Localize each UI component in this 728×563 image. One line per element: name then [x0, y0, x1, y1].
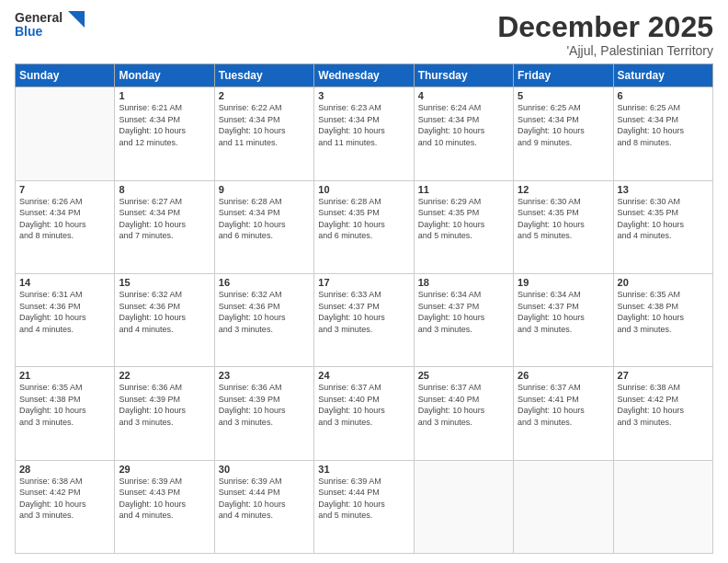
- calendar-cell: 2Sunrise: 6:22 AM Sunset: 4:34 PM Daylig…: [214, 87, 313, 180]
- calendar-cell: 24Sunrise: 6:37 AM Sunset: 4:40 PM Dayli…: [314, 367, 414, 460]
- day-number: 5: [518, 90, 609, 101]
- day-info: Sunrise: 6:22 AM Sunset: 4:34 PM Dayligh…: [219, 102, 310, 148]
- day-number: 9: [219, 184, 310, 195]
- day-info: Sunrise: 6:35 AM Sunset: 4:38 PM Dayligh…: [618, 289, 709, 335]
- day-info: Sunrise: 6:36 AM Sunset: 4:39 PM Dayligh…: [119, 382, 210, 428]
- calendar-cell: 22Sunrise: 6:36 AM Sunset: 4:39 PM Dayli…: [115, 367, 214, 460]
- day-number: 22: [119, 370, 210, 381]
- calendar-week-1: 1Sunrise: 6:21 AM Sunset: 4:34 PM Daylig…: [16, 87, 713, 180]
- day-number: 20: [618, 277, 709, 288]
- day-info: Sunrise: 6:26 AM Sunset: 4:34 PM Dayligh…: [19, 196, 110, 242]
- logo-general: General: [15, 11, 63, 25]
- day-info: Sunrise: 6:31 AM Sunset: 4:36 PM Dayligh…: [19, 289, 110, 335]
- calendar-cell: 14Sunrise: 6:31 AM Sunset: 4:36 PM Dayli…: [16, 273, 115, 366]
- calendar-cell: [514, 460, 613, 553]
- calendar-header-monday: Monday: [115, 64, 214, 87]
- day-number: 4: [418, 90, 509, 101]
- day-number: 23: [219, 370, 310, 381]
- day-number: 24: [318, 370, 409, 381]
- day-info: Sunrise: 6:34 AM Sunset: 4:37 PM Dayligh…: [418, 289, 509, 335]
- day-number: 29: [119, 464, 210, 475]
- page: General Blue December 2025 'Ajjul, Pales…: [0, 0, 728, 563]
- calendar-cell: 23Sunrise: 6:36 AM Sunset: 4:39 PM Dayli…: [214, 367, 313, 460]
- calendar-header-wednesday: Wednesday: [314, 64, 414, 87]
- day-number: 6: [618, 90, 709, 101]
- day-number: 2: [219, 90, 310, 101]
- day-number: 15: [119, 277, 210, 288]
- day-number: 13: [618, 184, 709, 195]
- calendar-week-4: 21Sunrise: 6:35 AM Sunset: 4:38 PM Dayli…: [16, 367, 713, 460]
- day-number: 12: [518, 184, 609, 195]
- calendar-cell: 6Sunrise: 6:25 AM Sunset: 4:34 PM Daylig…: [613, 87, 712, 180]
- calendar-cell: 28Sunrise: 6:38 AM Sunset: 4:42 PM Dayli…: [16, 460, 115, 553]
- calendar-cell: 5Sunrise: 6:25 AM Sunset: 4:34 PM Daylig…: [514, 87, 613, 180]
- day-number: 3: [318, 90, 409, 101]
- day-info: Sunrise: 6:28 AM Sunset: 4:35 PM Dayligh…: [318, 196, 409, 242]
- day-number: 16: [219, 277, 310, 288]
- logo-triangle-icon: [64, 11, 85, 31]
- calendar-cell: 1Sunrise: 6:21 AM Sunset: 4:34 PM Daylig…: [115, 87, 214, 180]
- svg-marker-0: [68, 11, 85, 28]
- calendar-cell: 16Sunrise: 6:32 AM Sunset: 4:36 PM Dayli…: [214, 273, 313, 366]
- calendar-table: SundayMondayTuesdayWednesdayThursdayFrid…: [15, 63, 713, 554]
- day-info: Sunrise: 6:27 AM Sunset: 4:34 PM Dayligh…: [119, 196, 210, 242]
- calendar-cell: 27Sunrise: 6:38 AM Sunset: 4:42 PM Dayli…: [613, 367, 712, 460]
- day-number: 30: [219, 464, 310, 475]
- day-info: Sunrise: 6:25 AM Sunset: 4:34 PM Dayligh…: [618, 102, 709, 148]
- calendar-cell: 30Sunrise: 6:39 AM Sunset: 4:44 PM Dayli…: [214, 460, 313, 553]
- day-info: Sunrise: 6:37 AM Sunset: 4:41 PM Dayligh…: [518, 382, 609, 428]
- calendar-cell: 19Sunrise: 6:34 AM Sunset: 4:37 PM Dayli…: [514, 273, 613, 366]
- day-info: Sunrise: 6:36 AM Sunset: 4:39 PM Dayligh…: [219, 382, 310, 428]
- calendar-cell: 3Sunrise: 6:23 AM Sunset: 4:34 PM Daylig…: [314, 87, 414, 180]
- day-info: Sunrise: 6:39 AM Sunset: 4:44 PM Dayligh…: [219, 476, 310, 522]
- logo: General Blue: [15, 11, 85, 40]
- calendar-cell: 13Sunrise: 6:30 AM Sunset: 4:35 PM Dayli…: [613, 180, 712, 273]
- calendar-cell: 4Sunrise: 6:24 AM Sunset: 4:34 PM Daylig…: [414, 87, 513, 180]
- calendar-cell: 26Sunrise: 6:37 AM Sunset: 4:41 PM Dayli…: [514, 367, 613, 460]
- calendar-header-thursday: Thursday: [414, 64, 513, 87]
- day-number: 27: [618, 370, 709, 381]
- day-info: Sunrise: 6:37 AM Sunset: 4:40 PM Dayligh…: [418, 382, 509, 428]
- day-number: 21: [19, 370, 110, 381]
- calendar-header-sunday: Sunday: [16, 64, 115, 87]
- day-number: 26: [518, 370, 609, 381]
- title-section: December 2025 'Ajjul, Palestinian Territ…: [497, 11, 713, 58]
- day-number: 14: [19, 277, 110, 288]
- day-info: Sunrise: 6:23 AM Sunset: 4:34 PM Dayligh…: [318, 102, 409, 148]
- calendar-header-row: SundayMondayTuesdayWednesdayThursdayFrid…: [16, 64, 713, 87]
- day-number: 1: [119, 90, 210, 101]
- calendar-week-3: 14Sunrise: 6:31 AM Sunset: 4:36 PM Dayli…: [16, 273, 713, 366]
- calendar-cell: 29Sunrise: 6:39 AM Sunset: 4:43 PM Dayli…: [115, 460, 214, 553]
- day-number: 11: [418, 184, 509, 195]
- day-info: Sunrise: 6:21 AM Sunset: 4:34 PM Dayligh…: [119, 102, 210, 148]
- calendar-cell: 11Sunrise: 6:29 AM Sunset: 4:35 PM Dayli…: [414, 180, 513, 273]
- calendar-cell: [414, 460, 513, 553]
- logo-blue: Blue: [15, 25, 63, 39]
- day-info: Sunrise: 6:39 AM Sunset: 4:44 PM Dayligh…: [318, 476, 409, 522]
- day-info: Sunrise: 6:32 AM Sunset: 4:36 PM Dayligh…: [119, 289, 210, 335]
- day-number: 19: [518, 277, 609, 288]
- day-info: Sunrise: 6:32 AM Sunset: 4:36 PM Dayligh…: [219, 289, 310, 335]
- day-info: Sunrise: 6:24 AM Sunset: 4:34 PM Dayligh…: [418, 102, 509, 148]
- calendar-cell: 9Sunrise: 6:28 AM Sunset: 4:34 PM Daylig…: [214, 180, 313, 273]
- calendar-cell: 10Sunrise: 6:28 AM Sunset: 4:35 PM Dayli…: [314, 180, 414, 273]
- calendar-cell: [16, 87, 115, 180]
- day-info: Sunrise: 6:35 AM Sunset: 4:38 PM Dayligh…: [19, 382, 110, 428]
- calendar-header-saturday: Saturday: [613, 64, 712, 87]
- month-title: December 2025: [497, 11, 713, 43]
- calendar-cell: 7Sunrise: 6:26 AM Sunset: 4:34 PM Daylig…: [16, 180, 115, 273]
- day-info: Sunrise: 6:29 AM Sunset: 4:35 PM Dayligh…: [418, 196, 509, 242]
- calendar-cell: 15Sunrise: 6:32 AM Sunset: 4:36 PM Dayli…: [115, 273, 214, 366]
- calendar-cell: 17Sunrise: 6:33 AM Sunset: 4:37 PM Dayli…: [314, 273, 414, 366]
- day-number: 25: [418, 370, 509, 381]
- calendar-cell: 8Sunrise: 6:27 AM Sunset: 4:34 PM Daylig…: [115, 180, 214, 273]
- calendar-cell: 31Sunrise: 6:39 AM Sunset: 4:44 PM Dayli…: [314, 460, 414, 553]
- calendar-week-5: 28Sunrise: 6:38 AM Sunset: 4:42 PM Dayli…: [16, 460, 713, 553]
- day-info: Sunrise: 6:34 AM Sunset: 4:37 PM Dayligh…: [518, 289, 609, 335]
- day-info: Sunrise: 6:28 AM Sunset: 4:34 PM Dayligh…: [219, 196, 310, 242]
- day-info: Sunrise: 6:38 AM Sunset: 4:42 PM Dayligh…: [618, 382, 709, 428]
- day-number: 17: [318, 277, 409, 288]
- day-info: Sunrise: 6:39 AM Sunset: 4:43 PM Dayligh…: [119, 476, 210, 522]
- header: General Blue December 2025 'Ajjul, Pales…: [15, 11, 713, 58]
- calendar-cell: [613, 460, 712, 553]
